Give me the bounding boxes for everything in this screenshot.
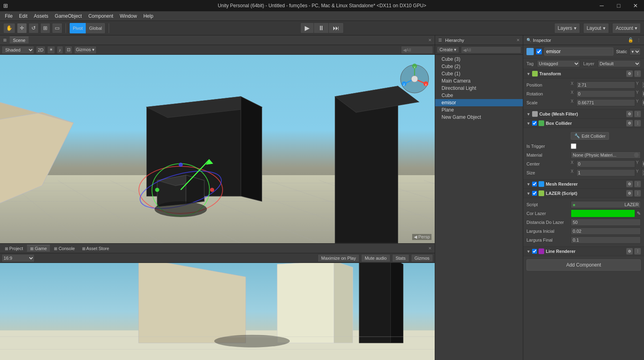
edit-collider-button[interactable]: 🔧 Edit Collider bbox=[571, 132, 609, 140]
mesh-renderer-checkbox[interactable] bbox=[532, 182, 537, 186]
hier-item-cube3[interactable]: Cube (3) bbox=[435, 56, 523, 63]
menu-component[interactable]: Component bbox=[85, 12, 116, 20]
position-y-input[interactable] bbox=[642, 81, 644, 89]
hier-item-emisor[interactable]: emisor bbox=[435, 99, 523, 106]
mesh-renderer-menu-icon[interactable]: ⋮ bbox=[634, 181, 641, 187]
minimize-button[interactable]: ─ bbox=[593, 0, 610, 11]
hierarchy-search-input[interactable] bbox=[461, 46, 521, 54]
gizmos-scene-button[interactable]: Gizmos ▾ bbox=[74, 46, 97, 54]
project-tab[interactable]: ⊞ Project bbox=[2, 245, 26, 252]
global-button[interactable]: Global bbox=[86, 23, 105, 33]
scene-view[interactable]: Y X Z ◀ Persp bbox=[0, 55, 435, 243]
mesh-filter-header[interactable]: ▼ Cube (Mesh Filter) ⚙ ⋮ bbox=[523, 110, 644, 119]
add-component-button[interactable]: Add Component bbox=[526, 259, 641, 271]
box-collider-menu-icon[interactable]: ⋮ bbox=[634, 120, 641, 126]
gizmos-game-button[interactable]: Gizmos bbox=[411, 254, 433, 262]
rotation-y-input[interactable] bbox=[642, 90, 644, 97]
transform-settings-icon[interactable]: ⚙ bbox=[626, 70, 633, 77]
scene-search-input[interactable] bbox=[401, 46, 433, 54]
line-renderer-menu-icon[interactable]: ⋮ bbox=[634, 248, 641, 254]
mute-audio-button[interactable]: Mute audio bbox=[361, 254, 390, 262]
hier-item-cube2[interactable]: Cube (2) bbox=[435, 63, 523, 70]
rotation-x-input[interactable] bbox=[576, 90, 635, 97]
is-trigger-checkbox[interactable] bbox=[571, 143, 576, 149]
layer-dropdown[interactable]: Default bbox=[598, 60, 641, 67]
line-renderer-header[interactable]: ▼ Line Renderer ⚙ ⋮ bbox=[523, 247, 644, 256]
static-dropdown[interactable]: ▾ bbox=[630, 48, 641, 55]
stats-button[interactable]: Stats bbox=[392, 254, 409, 262]
shading-dropdown[interactable]: Shaded Wireframe bbox=[2, 46, 34, 54]
mesh-renderer-header[interactable]: ▼ Mesh Renderer ⚙ ⋮ bbox=[523, 180, 644, 189]
pivot-button[interactable]: Pivot bbox=[70, 23, 86, 33]
object-active-checkbox[interactable] bbox=[536, 49, 542, 54]
line-renderer-settings-icon[interactable]: ⚙ bbox=[626, 248, 633, 254]
rotate-tool-button[interactable]: ↺ bbox=[29, 23, 39, 33]
line-renderer-checkbox[interactable] bbox=[532, 249, 537, 254]
hier-item-cube1[interactable]: Cube (1) bbox=[435, 70, 523, 77]
menu-help[interactable]: Help bbox=[140, 12, 157, 20]
step-button[interactable]: ⏭ bbox=[329, 23, 343, 33]
size-x-input[interactable] bbox=[576, 169, 635, 176]
game-view[interactable] bbox=[0, 263, 435, 360]
transform-component-header[interactable]: ▼ Transform ⚙ ⋮ bbox=[523, 69, 644, 79]
menu-window[interactable]: Window bbox=[116, 12, 140, 20]
scene-tab[interactable]: Scene bbox=[10, 37, 29, 43]
size-y-input[interactable] bbox=[642, 169, 644, 176]
hier-item-plane[interactable]: Plane bbox=[435, 106, 523, 114]
script-field[interactable]: ■ LAZER bbox=[571, 201, 641, 208]
maximize-on-play-button[interactable]: Maximize on Play bbox=[318, 254, 359, 262]
center-y-input[interactable] bbox=[642, 160, 644, 168]
menu-assets[interactable]: Assets bbox=[31, 12, 52, 20]
2d-button[interactable]: 2D bbox=[36, 46, 45, 54]
transform-menu-icon[interactable]: ⋮ bbox=[634, 70, 641, 77]
lazer-settings-icon[interactable]: ⚙ bbox=[626, 190, 633, 197]
mesh-filter-settings-icon[interactable]: ⚙ bbox=[626, 111, 633, 117]
layers-dropdown[interactable]: Layers ▾ bbox=[554, 23, 580, 33]
layout-dropdown[interactable]: Layout Layout ▾ bbox=[583, 23, 609, 33]
hierarchy-create-button[interactable]: Create ▾ bbox=[437, 46, 459, 53]
aspect-ratio-dropdown[interactable]: 16:9 4:3 Free Aspect bbox=[2, 254, 35, 262]
scale-y-input[interactable] bbox=[642, 99, 644, 106]
lazer-menu-icon[interactable]: ⋮ bbox=[634, 190, 641, 197]
play-button[interactable]: ▶ bbox=[301, 23, 314, 33]
hand-tool-button[interactable]: ✋ bbox=[3, 23, 15, 33]
position-x-input[interactable] bbox=[576, 81, 635, 89]
audio-button[interactable]: ♪ bbox=[57, 46, 63, 54]
scale-x-input[interactable] bbox=[576, 99, 635, 106]
close-button[interactable]: ✕ bbox=[627, 0, 644, 11]
material-field[interactable]: None (Physic Materi... bbox=[571, 151, 641, 159]
hier-item-cube[interactable]: Cube bbox=[435, 92, 523, 99]
material-picker-icon[interactable] bbox=[634, 153, 639, 157]
mesh-renderer-settings-icon[interactable]: ⚙ bbox=[626, 181, 633, 187]
maximize-button[interactable]: □ bbox=[610, 0, 627, 11]
asset-store-tab[interactable]: ⊞ Asset Store bbox=[79, 245, 112, 252]
tag-dropdown[interactable]: Untagged bbox=[537, 60, 580, 67]
account-dropdown[interactable]: Account ▾ bbox=[612, 23, 641, 33]
game-tab[interactable]: ⊞ Game bbox=[27, 245, 50, 252]
scale-tool-button[interactable]: ⊞ bbox=[40, 23, 50, 33]
lazer-script-checkbox[interactable] bbox=[532, 191, 537, 196]
box-collider-settings-icon[interactable]: ⚙ bbox=[626, 120, 633, 126]
box-collider-header[interactable]: ▼ Box Collider ⚙ ⋮ bbox=[523, 119, 644, 128]
hier-item-dirlight[interactable]: Directional Light bbox=[435, 85, 523, 92]
center-x-input[interactable] bbox=[576, 160, 635, 168]
box-collider-checkbox[interactable] bbox=[532, 121, 537, 126]
cor-lazer-color-swatch[interactable] bbox=[571, 209, 635, 217]
menu-edit[interactable]: Edit bbox=[16, 12, 31, 20]
hier-item-newgameobject[interactable]: New Game Object bbox=[435, 114, 523, 121]
lighting-button[interactable]: ☀ bbox=[47, 46, 55, 54]
image-effects-button[interactable]: ⊡ bbox=[65, 46, 72, 54]
distancia-input[interactable] bbox=[571, 219, 641, 226]
pause-button[interactable]: ⏸ bbox=[314, 23, 329, 33]
lock-icon[interactable]: 🔓 bbox=[628, 37, 634, 43]
hier-item-maincamera[interactable]: Main Camera bbox=[435, 77, 523, 85]
menu-gameobject[interactable]: GameObject bbox=[52, 12, 85, 20]
largura-inicial-input[interactable] bbox=[571, 228, 641, 235]
mesh-filter-menu-icon[interactable]: ⋮ bbox=[634, 111, 641, 117]
rect-tool-button[interactable]: ▭ bbox=[52, 23, 62, 33]
object-name-input[interactable] bbox=[544, 48, 613, 56]
scene-gizmo[interactable]: Y X Z bbox=[398, 63, 431, 95]
cor-lazer-edit-icon[interactable]: ✎ bbox=[637, 211, 641, 216]
move-tool-button[interactable]: ✛ bbox=[17, 23, 27, 33]
largura-final-input[interactable] bbox=[571, 236, 641, 244]
